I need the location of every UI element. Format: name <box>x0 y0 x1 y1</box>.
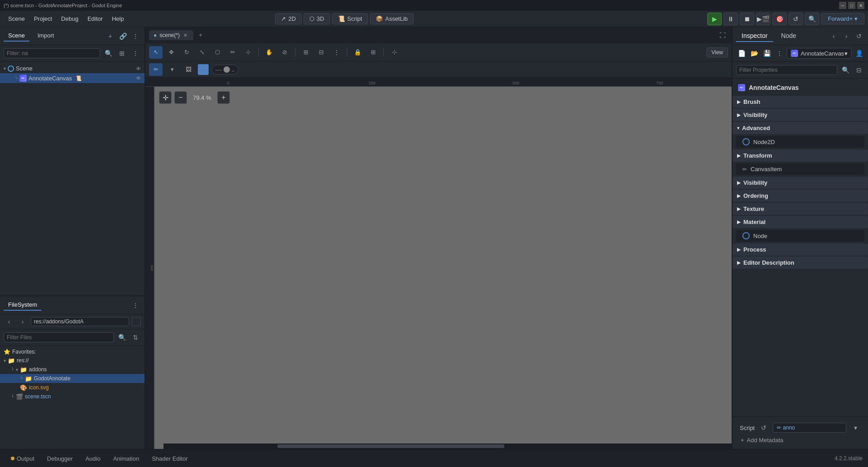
view-menu-button[interactable]: View <box>706 47 728 57</box>
fs-item-addons[interactable]: └ ▾ 📁 addons <box>0 365 145 374</box>
add-node-button[interactable]: + <box>105 31 116 42</box>
node-chip[interactable]: Node <box>736 230 864 242</box>
bottom-tab-shader-editor[interactable]: Shader Editor <box>146 453 193 464</box>
section-ordering[interactable]: ▶ Ordering <box>733 190 868 202</box>
fs-path-display[interactable]: res://addons/GodotA <box>31 317 129 326</box>
fs-item-favorites[interactable]: ⭐ Favorites: <box>0 348 145 356</box>
section-texture[interactable]: ▶ Texture <box>733 203 868 215</box>
zoom-in-button[interactable]: + <box>217 91 230 104</box>
scene-filter-input[interactable] <box>4 48 100 58</box>
inspector-search-node-button[interactable]: 👤 <box>854 48 864 59</box>
rotate-tool-button[interactable]: ↻ <box>180 46 193 59</box>
add-tab-button[interactable]: + <box>195 30 206 41</box>
lock-button[interactable]: 🔒 <box>351 46 364 59</box>
scene-filter-search-icon[interactable]: 🔍 <box>103 48 114 59</box>
bottom-tab-animation[interactable]: Animation <box>107 453 145 464</box>
section-visibility-1[interactable]: ▶ Visibility <box>733 109 868 121</box>
script-options-button[interactable]: ▾ <box>850 422 861 433</box>
section-transform[interactable]: ▶ Transform <box>733 149 868 162</box>
fs-filter-input[interactable] <box>4 332 114 342</box>
stop-button[interactable]: ⏹ <box>740 13 754 25</box>
zoom-out-button[interactable]: − <box>174 91 187 104</box>
fs-options-button[interactable]: ⋮ <box>130 300 141 311</box>
tree-item-scene-root[interactable]: ▾ Scene 👁 <box>0 64 145 73</box>
annotate-visibility-icon[interactable]: 👁 <box>136 75 141 81</box>
annotate-pencil-btn[interactable]: ✏ <box>149 63 163 76</box>
tab-inspector[interactable]: Inspector <box>736 30 773 42</box>
play-previous-button[interactable]: ↺ <box>789 13 803 25</box>
node2d-chip[interactable]: Node2D <box>736 136 864 148</box>
fs-search-icon[interactable]: 🔍 <box>117 332 127 343</box>
load-resource-button[interactable]: 📂 <box>749 48 760 59</box>
tool-option-chevron[interactable]: ▾ <box>165 63 179 76</box>
crop-tool-button[interactable]: ⊹ <box>241 46 255 59</box>
inspector-history-button[interactable]: ↺ <box>854 31 864 42</box>
pause-button[interactable]: ⏸ <box>723 13 738 25</box>
section-material[interactable]: ▶ Material <box>733 216 868 228</box>
new-resource-button[interactable]: 📄 <box>736 48 747 59</box>
play-button[interactable]: ▶ <box>707 13 722 25</box>
inspector-back-button[interactable]: ‹ <box>828 31 839 42</box>
minimize-button[interactable]: ─ <box>839 2 846 9</box>
tree-item-annotate-canvas[interactable]: └ ✏ AnnotateCanvas 📜 👁 <box>0 73 145 83</box>
transform-tool-button[interactable]: ⬡ <box>210 46 224 59</box>
link-node-button[interactable]: 🔗 <box>117 31 128 42</box>
add-metadata-button[interactable]: + Add Metadata <box>736 435 864 445</box>
fs-sort-icon[interactable]: ⇅ <box>130 332 141 343</box>
skeleton-tool-button[interactable]: ⊹ <box>387 46 401 59</box>
section-visibility-2[interactable]: ▶ Visibility <box>733 177 868 189</box>
canvas-viewport[interactable]: ✛ − 79.4 % + <box>154 87 732 449</box>
tab-node[interactable]: Node <box>776 30 802 42</box>
fullscreen-btn[interactable]: ⛶ <box>717 30 728 41</box>
inspector-options-button[interactable]: ⋮ <box>774 48 785 59</box>
fs-back-button[interactable]: ‹ <box>4 316 14 327</box>
mode-3d-button[interactable]: ⬡ 3D <box>303 13 330 24</box>
scene-more-options-button[interactable]: ⋮ <box>130 48 141 59</box>
attach-script-icon[interactable]: 📜 <box>75 75 82 81</box>
script-selector-dropdown[interactable]: ✏ anno <box>773 423 846 433</box>
image-button[interactable]: 🖼 <box>182 63 195 76</box>
section-editor-description[interactable]: ▶ Editor Description <box>733 257 868 269</box>
bottom-tab-output[interactable]: Output <box>5 453 40 464</box>
menu-help[interactable]: Help <box>107 14 129 24</box>
canvas-scrollbar-h[interactable] <box>163 444 732 449</box>
fs-item-icon-svg[interactable]: 🎨 icon.svg <box>0 383 145 392</box>
inspector-forward-button[interactable]: › <box>841 31 852 42</box>
menu-scene[interactable]: Scene <box>4 14 29 24</box>
bottom-tab-debugger[interactable]: Debugger <box>42 453 78 464</box>
scale-tool-button[interactable]: ⤡ <box>195 46 209 59</box>
scene-tab-close[interactable]: ✕ <box>182 32 189 38</box>
renderer-forward-button[interactable]: Forward+ ▾ <box>821 13 864 24</box>
section-process[interactable]: ▶ Process <box>733 243 868 256</box>
filter-options-icon[interactable]: ⊟ <box>854 65 864 75</box>
move-tool-button[interactable]: ✥ <box>164 46 178 59</box>
mode-2d-button[interactable]: ↗ 2D <box>275 13 302 24</box>
maximize-button[interactable]: □ <box>848 2 855 9</box>
play-custom-button[interactable]: 🎯 <box>772 13 787 25</box>
grid-snap-button[interactable]: ⊞ <box>299 46 313 59</box>
size-minus-icon[interactable]: — <box>215 66 222 73</box>
canvas-item-chip[interactable]: ✏ CanvasItem <box>736 163 864 175</box>
scene-options-button[interactable]: ⋮ <box>130 31 141 42</box>
filter-properties-input[interactable] <box>736 65 837 75</box>
menu-debug[interactable]: Debug <box>56 14 83 24</box>
zoom-tool-button[interactable]: ⊘ <box>278 46 291 59</box>
tab-scene[interactable]: Scene <box>4 30 29 42</box>
tab-import[interactable]: Import <box>33 30 59 42</box>
brush-tool-button[interactable]: ✏ <box>226 46 239 59</box>
more-options-btn[interactable]: ⋮ <box>330 46 343 59</box>
fit-canvas-button[interactable]: ✛ <box>159 91 172 104</box>
fs-forward-button[interactable]: › <box>17 316 28 327</box>
menu-project[interactable]: Project <box>29 14 56 24</box>
color-picker-button[interactable] <box>198 64 209 75</box>
node-selector-dropdown[interactable]: ✏ AnnotateCanvas ▾ <box>787 48 852 59</box>
pan-tool-button[interactable]: ✋ <box>262 46 276 59</box>
scene-filter-options-icon[interactable]: ⊞ <box>117 48 127 59</box>
mode-script-button[interactable]: 📜 Script <box>332 13 368 24</box>
tab-filesystem[interactable]: FileSystem <box>4 299 42 311</box>
section-advanced[interactable]: ▾ Advanced <box>733 122 868 134</box>
profiler-button[interactable]: 🔍 <box>805 13 819 25</box>
play-scene-button[interactable]: ▶🎬 <box>756 13 770 25</box>
bottom-tab-audio[interactable]: Audio <box>80 453 106 464</box>
visibility-icon[interactable]: 👁 <box>136 66 141 71</box>
